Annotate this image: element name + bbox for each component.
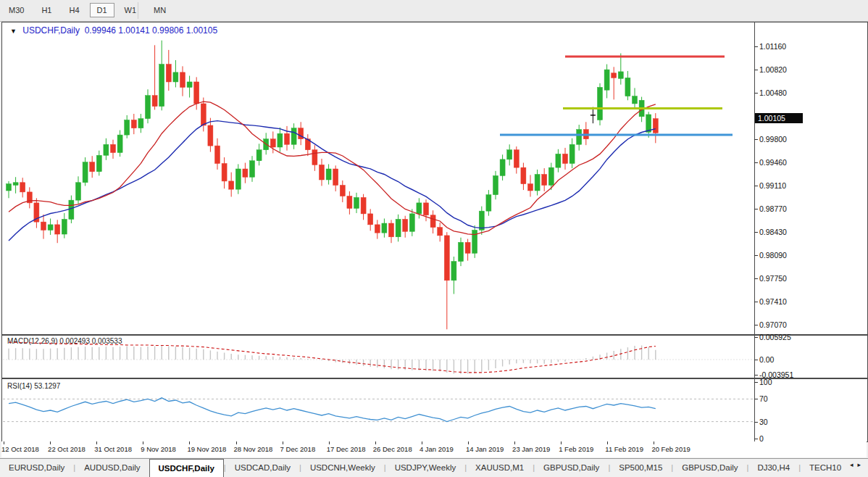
rsi-axis-label: 100 [759,378,772,386]
price-chart-panel[interactable] [1,22,868,335]
rsi-label: RSI(14) 53.1297 [7,382,60,390]
date-axis-label: 1 Feb 2019 [559,445,593,453]
price-axis-label: 0.99110 [759,181,786,190]
chart-tab-usdcad-daily[interactable]: USDCAD,Daily [226,459,299,477]
macd-axis-label: 0.00 [759,355,774,364]
price-axis-label: 1.00820 [759,65,787,74]
macd-axis-label: 0.005925 [759,333,791,341]
date-axis-tick [236,441,237,444]
date-axis-label: 14 Jan 2019 [466,445,504,453]
chart-tab-usdchf-daily[interactable]: USDCHF,Daily [149,459,224,477]
rsi-panel[interactable] [1,378,868,442]
timeframe-button-h1[interactable]: H1 [34,3,59,17]
price-axis-tick [754,93,758,94]
date-axis-label: 17 Dec 2018 [327,445,366,453]
price-axis-label: 1.01160 [759,42,786,51]
chart-tab-gbpusd-daily[interactable]: GBPUSD,Daily [673,459,746,477]
chart-tabs: EURUSD,Daily|AUDUSD,DailyUSDCHF,Daily|US… [0,459,850,471]
price-axis-tick [754,325,758,325]
rsi-axis-tick [754,422,758,423]
chart-tab-usdjpy-weekly[interactable]: USDJPY,Weekly [386,459,465,477]
macd-axis-tick [754,360,758,360]
price-axis-tick [754,278,758,279]
price-axis-tick [754,46,758,47]
rsi-axis-label: 30 [759,418,768,426]
date-axis-label: 7 Dec 2018 [280,445,316,453]
timeframe-toolbar: M30H1H4D1W1MN [0,0,868,22]
price-axis-tick [754,162,758,163]
price-axis-tick [754,255,758,256]
price-axis-tick [754,302,758,302]
date-axis-tick [329,441,330,444]
date-axis-label: 20 Feb 2019 [651,445,690,453]
price-axis-label: 0.97410 [759,297,787,306]
date-axis-label: 11 Feb 2019 [605,445,643,453]
date-axis-label: 12 Oct 2018 [1,445,39,453]
date-axis-tick [143,441,143,444]
trading-terminal: { "toolbar": { "timeframes": ["M30","H1"… [0,0,868,477]
chart-tab-eurusd-daily[interactable]: EURUSD,Daily [0,459,73,477]
price-axis-tick [754,186,758,186]
macd-axis-tick [754,375,758,376]
timeframe-button-d1[interactable]: D1 [90,3,114,17]
rsi-axis-tick [754,399,758,399]
date-axis-label: 9 Nov 2018 [141,445,176,453]
tab-scroll-left-icon[interactable]: ◂ [850,461,858,468]
price-axis-label: 0.97750 [759,274,787,283]
toolbar-divider [138,2,138,19]
macd-axis-tick [754,337,758,338]
date-axis-tick [607,441,608,444]
date-axis-label: 22 Oct 2018 [48,445,85,453]
macd-label: MACD(12,26,9) 0.002493 0.003533 [7,337,122,345]
date-axis-tick [4,441,4,444]
price-axis-label: 1.00480 [759,88,787,97]
symbol-dropdown-icon[interactable]: ▼ [10,28,17,35]
date-axis-tick [283,441,283,444]
rsi-axis-label: 70 [759,394,768,403]
timeframe-button-m30[interactable]: M30 [1,3,31,17]
chart-tab-xauusd-m1[interactable]: XAUUSD,M1 [467,459,533,477]
date-axis-label: 28 Nov 2018 [234,445,273,453]
timeframe-button-w1[interactable]: W1 [117,3,144,17]
chart-tab-bar: EURUSD,Daily|AUDUSD,DailyUSDCHF,Daily|US… [0,458,868,477]
date-axis-tick [468,441,469,444]
date-axis-tick [422,441,422,444]
price-axis-tick [754,139,758,140]
chart-tab-tech10[interactable]: TECH10 [801,459,850,477]
ohlc-values: 0.99946 1.00141 0.99806 1.00105 [85,25,218,36]
chart-tab-sp500-m15[interactable]: SP500,M15 [610,459,671,477]
date-axis-tick [96,441,97,444]
timeframe-buttons: M30H1H4D1W1MN [0,3,175,15]
timeframe-button-mn[interactable]: MN [146,3,173,17]
rsi-axis-tick [754,439,758,439]
date-axis-label: 19 Nov 2018 [187,445,226,453]
price-axis-label: 0.98430 [759,228,787,236]
date-axis-tick [50,441,51,444]
rsi-axis-tick [754,382,758,383]
chart-tab-audusd-daily[interactable]: AUDUSD,Daily [75,459,149,477]
macd-panel[interactable] [1,335,868,378]
timeframe-button-h4[interactable]: H4 [62,3,86,17]
date-axis-label: 31 Oct 2018 [94,445,132,453]
chart-tab-usdcnh-weekly[interactable]: USDCNH,Weekly [301,459,384,477]
price-axis-tick [754,209,758,210]
price-axis-label: 0.99800 [759,135,787,144]
date-axis-tick [514,441,515,444]
date-axis-label: 4 Jan 2019 [420,445,454,453]
date-axis-tick [561,441,562,444]
chart-tab-dj30-h4[interactable]: DJ30,H4 [748,459,798,477]
tab-scroll-right-icon[interactable]: ▸ [857,461,865,468]
price-axis-label: 0.98770 [759,204,787,213]
tab-scroll-buttons: ◂▸ [850,461,865,468]
price-axis-label: 0.99460 [759,158,787,167]
date-axis-tick [375,441,376,444]
chart-title: ▼ USDCHF,Daily 0.99946 1.00141 0.99806 1… [10,25,217,36]
price-axis-label: 0.98090 [759,251,787,260]
date-axis-tick [189,441,190,444]
rsi-axis-label: 0 [759,434,764,443]
date-axis-label: 23 Jan 2019 [512,445,550,453]
symbol-label: USDCHF,Daily [22,25,80,36]
price-axis-label: 0.97070 [759,320,787,329]
chart-tab-gbpusd-daily[interactable]: GBPUSD,Daily [535,459,608,477]
price-axis-tick [754,70,758,70]
